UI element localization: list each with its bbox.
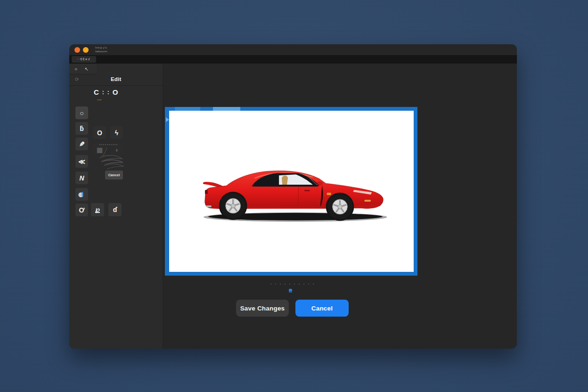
traffic-light-minimize[interactable]	[83, 47, 89, 53]
zigzag-tool-button[interactable]: N	[75, 172, 88, 184]
save-changes-button[interactable]: Save Changes	[236, 300, 289, 317]
pen-tool-button[interactable]: ✎	[75, 138, 88, 150]
dotted-divider	[99, 144, 117, 145]
pen-tool-icon: ✎	[79, 140, 85, 148]
left-panel: ○ ↖ ⟳ Edit ○ ƃ ✎ ≪ N ⊕▎ Ơ C : : O	[69, 64, 163, 349]
d-tool-icon: ɗ	[113, 206, 117, 213]
editor-window: Inzuj·y'o Iwbsozm ∶·€€∗∂ ○ ↖ ⟳ Edit ○ ƃ …	[69, 44, 517, 349]
canvas-selection-frame[interactable]	[165, 107, 417, 276]
squiggle-grid-button[interactable]: ϟ	[110, 126, 123, 139]
pagination-handle[interactable]	[289, 289, 292, 293]
desktop-background: Inzuj·y'o Iwbsozm ∶·€€∗∂ ○ ↖ ⟳ Edit ○ ƃ …	[0, 0, 588, 392]
car-image	[199, 166, 387, 224]
curve-tool-icon: ƃ	[80, 125, 84, 132]
cancel-button[interactable]: Cancel	[295, 300, 349, 317]
glyph-colon-1: :	[102, 89, 104, 96]
window-title-line2: Iwbsozm	[95, 49, 107, 53]
chevron-tool-icon: ≪	[78, 158, 85, 165]
curve-tool-button[interactable]: ƃ	[75, 122, 88, 135]
globe-blue-accent: ▎	[82, 192, 85, 197]
traffic-light-close[interactable]	[74, 47, 80, 53]
glyph-colon-2: :	[107, 89, 109, 96]
window-title: Inzuj·y'o Iwbsozm	[95, 46, 107, 53]
edit-label: Edit	[111, 76, 122, 82]
glyph-row: C : : O	[94, 88, 127, 96]
circle-grid-icon: O	[97, 129, 102, 137]
amber-indicator	[97, 99, 102, 100]
chevron-tool-button[interactable]: ≪	[75, 155, 88, 168]
glyph-o[interactable]: O	[113, 88, 118, 96]
squiggle-grid-icon: ϟ	[115, 129, 118, 137]
lasso-tool-icon: Ơ	[79, 206, 85, 214]
zigzag-tool-icon: N	[79, 174, 84, 182]
ellipse-quick-icon[interactable]: ○	[72, 65, 80, 73]
ellipse-tool-icon: ○	[80, 109, 83, 117]
refresh-icon[interactable]: ⟳	[75, 77, 79, 82]
frame-top-segment-1	[175, 107, 200, 111]
canvas-image-area[interactable]	[169, 111, 414, 272]
cursor-quick-icon[interactable]: ↖	[83, 65, 90, 73]
sign-tool-icon: ℘	[95, 206, 100, 213]
mini-toolbar-glyphs[interactable]: ∶·€€∗∂	[72, 56, 96, 63]
panel-header: ⟳ Edit	[69, 75, 163, 86]
lasso-tool-button[interactable]: Ơ	[75, 204, 88, 216]
circle-grid-button[interactable]: O	[93, 126, 106, 139]
window-title-line1: Inzuj·y'o	[95, 46, 107, 49]
cancel-chip[interactable]: Cancel	[105, 171, 123, 180]
d-tool-button[interactable]: ɗ	[108, 203, 122, 216]
glyph-c[interactable]: C	[94, 88, 99, 96]
top-toolbar-strip: ∶·€€∗∂	[69, 55, 517, 64]
frame-top-segment-2	[213, 107, 240, 111]
quick-tool-row: ○ ↖	[69, 64, 97, 74]
frame-left-marker[interactable]	[166, 117, 169, 122]
ellipse-tool-button[interactable]: ○	[75, 106, 88, 119]
pagination-dots[interactable]	[270, 284, 314, 285]
globe-tool-button[interactable]: ⊕▎	[75, 188, 88, 201]
sketch-swirl	[93, 147, 127, 170]
sign-tool-button[interactable]: ℘	[91, 203, 104, 216]
